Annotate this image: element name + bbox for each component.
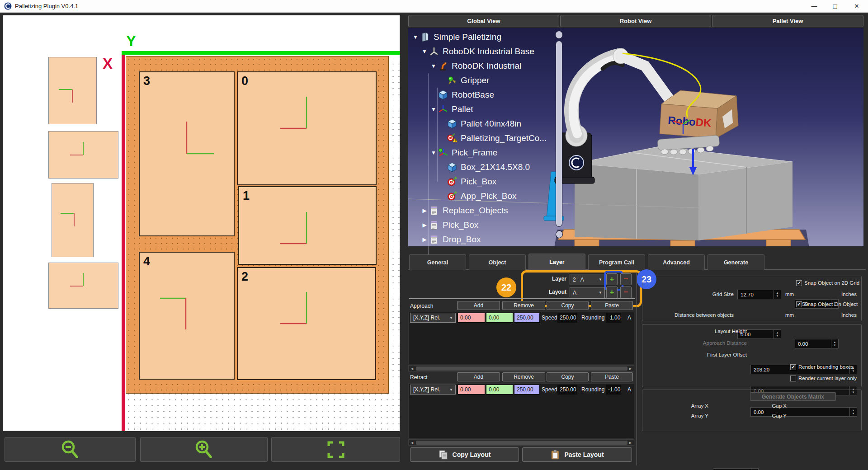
- scroll-left-icon[interactable]: ◀: [409, 440, 415, 445]
- zoom-out-button[interactable]: [5, 437, 136, 462]
- approach-paste-button[interactable]: Paste: [591, 301, 633, 310]
- tab-label: Program Call: [599, 259, 634, 266]
- retract-speed-field[interactable]: 250.00: [557, 385, 577, 395]
- scrollbar-thumb[interactable]: [416, 367, 627, 371]
- tree-scrollbar-bottom[interactable]: [556, 230, 563, 238]
- approach-add-button[interactable]: Add: [457, 301, 500, 310]
- tree-expander-icon[interactable]: ▶: [420, 207, 429, 214]
- robot-icon: [438, 61, 448, 71]
- layout-select[interactable]: A ▼: [570, 287, 605, 298]
- tab-advanced[interactable]: Advanced: [648, 254, 705, 270]
- generate-objects-matrix-button[interactable]: Generate Objects Matrix: [750, 392, 836, 401]
- layout-2d-canvas[interactable]: Y X 3 0 1 4 2: [3, 15, 400, 431]
- x-axis-label: X: [103, 55, 113, 72]
- paste-layout-button[interactable]: Paste Layout: [522, 447, 632, 462]
- add-layout-button[interactable]: +: [606, 287, 618, 298]
- tree-item[interactable]: ▼ RoboDK Industrial: [411, 59, 556, 73]
- array-x-spinner[interactable]: 3▲▼: [713, 468, 759, 470]
- tree-expander-icon[interactable]: ▼: [429, 106, 438, 113]
- retract-paste-button[interactable]: Paste: [591, 372, 633, 381]
- tree-item-label: RoboDK Industrial Base: [439, 47, 534, 56]
- tree-expander-icon[interactable]: ▼: [429, 150, 438, 156]
- approach-rounding-field[interactable]: -1.00: [606, 313, 621, 323]
- scrollbar-thumb[interactable]: [416, 441, 627, 445]
- scroll-right-icon[interactable]: ▶: [627, 440, 633, 445]
- tree-item[interactable]: ▶ Drop_Box: [411, 232, 556, 247]
- tab-global-view[interactable]: Global View: [408, 15, 559, 27]
- snap-object-label: Snap Object On Object: [804, 301, 858, 307]
- retract-remove-button[interactable]: Remove: [502, 372, 545, 381]
- retract-x-field[interactable]: 0.00: [458, 385, 485, 395]
- tab-general[interactable]: General: [409, 254, 466, 270]
- tree-expander-icon[interactable]: ▶: [420, 222, 429, 228]
- tree-item[interactable]: Pallet 40inx48in: [411, 117, 556, 131]
- mm-unit-label: mm: [785, 312, 794, 318]
- tab-generate[interactable]: Generate: [708, 254, 764, 270]
- frame-marker-icon: [58, 89, 74, 104]
- approach-copy-button[interactable]: Copy: [547, 301, 589, 310]
- viewport-3d[interactable]: RoboDK: [408, 28, 863, 246]
- spinner-arrows[interactable]: ▲▼: [774, 290, 781, 299]
- tree-item[interactable]: ▼ Simple Palletizing: [411, 30, 556, 44]
- gripper-icon: [447, 75, 458, 86]
- approach-z-field[interactable]: 250.00: [514, 313, 540, 323]
- close-button[interactable]: ✕: [845, 0, 868, 12]
- tree-item[interactable]: ▼ RoboDK Industrial Base: [411, 44, 556, 59]
- tree-item[interactable]: ▶ Replace_Objects: [411, 203, 556, 218]
- retract-copy-button[interactable]: Copy: [547, 372, 589, 381]
- retract-rounding-field[interactable]: -1.00: [606, 385, 621, 395]
- tree-expander-icon[interactable]: ▼: [429, 63, 438, 69]
- fit-view-button[interactable]: [271, 437, 400, 462]
- retract-y-field[interactable]: 0.00: [486, 385, 513, 395]
- retract-add-button[interactable]: Add: [457, 372, 500, 381]
- tree-expander-icon[interactable]: ▼: [411, 34, 420, 40]
- retract-z-field[interactable]: 250.00: [514, 385, 540, 395]
- tree-item[interactable]: App_Pick_Box: [411, 189, 556, 203]
- approach-remove-button[interactable]: Remove: [502, 301, 545, 310]
- grid-size-label: Grid Size: [695, 291, 734, 297]
- scroll-right-icon[interactable]: ▶: [627, 366, 633, 371]
- tree-expander-icon[interactable]: ▼: [420, 48, 429, 55]
- tab-label: Advanced: [663, 259, 690, 266]
- copy-layout-button[interactable]: Copy Layout: [410, 447, 519, 462]
- render-current-layer-checkbox[interactable]: [790, 376, 796, 381]
- approach-hscrollbar[interactable]: ◀ ▶: [408, 365, 634, 371]
- tree-expander-icon[interactable]: ▶: [420, 236, 429, 243]
- tree-item[interactable]: Box_21X14.5X8.0: [411, 160, 556, 174]
- minimize-button[interactable]: —: [804, 0, 825, 12]
- remove-layer-button[interactable]: −: [620, 273, 632, 285]
- chevron-down-icon: ▼: [599, 291, 604, 295]
- tree-item[interactable]: ▼ Pallet: [411, 102, 556, 117]
- zoom-in-button[interactable]: [140, 437, 268, 462]
- grid-size-mm-spinner[interactable]: 12.70▲▼: [737, 290, 781, 299]
- tree-item[interactable]: Gripper: [411, 73, 556, 88]
- layer-select[interactable]: 2 - A ▼: [570, 274, 605, 285]
- approach-y-field[interactable]: 0.00: [486, 313, 513, 323]
- add-layer-button[interactable]: +: [606, 273, 618, 285]
- retract-mode-select[interactable]: [X,Y,Z] Rel. ▼: [410, 385, 456, 395]
- spinner-value: 203.20: [754, 367, 769, 372]
- tab-program-call[interactable]: Program Call: [588, 254, 645, 270]
- tree-scrollbar-thumb[interactable]: [556, 41, 562, 227]
- snap-2d-grid-checkbox[interactable]: ✓: [796, 280, 802, 286]
- tab-pallet-view[interactable]: Pallet View: [712, 15, 863, 27]
- tree-item[interactable]: ▼ Pick_Frame: [411, 146, 556, 160]
- approach-x-field[interactable]: 0.00: [458, 313, 485, 323]
- tab-robot-view[interactable]: Robot View: [560, 15, 711, 27]
- tab-object[interactable]: Object: [469, 254, 526, 270]
- remove-layout-button[interactable]: −: [620, 287, 632, 298]
- tree-item[interactable]: ▶ Pick_Box: [411, 218, 556, 232]
- snap-object-checkbox[interactable]: ✓: [796, 301, 802, 307]
- tree-item[interactable]: RobotBase: [411, 88, 556, 102]
- tree-scrollbar-top[interactable]: [555, 31, 563, 39]
- scroll-left-icon[interactable]: ◀: [409, 366, 415, 371]
- render-bounding-boxes-checkbox[interactable]: ✓: [790, 364, 796, 370]
- retract-hscrollbar[interactable]: ◀ ▶: [408, 439, 634, 446]
- tree-item[interactable]: Palletizing_TargetCo...: [411, 131, 556, 146]
- tree-item-label: Simple Palletizing: [430, 32, 501, 42]
- tab-layer[interactable]: Layer: [528, 254, 585, 270]
- approach-mode-select[interactable]: [X,Y,Z] Rel. ▼: [410, 313, 456, 323]
- approach-speed-field[interactable]: 250.00: [557, 313, 577, 323]
- tree-item[interactable]: Pick_Box: [411, 174, 556, 189]
- maximize-button[interactable]: □: [825, 0, 845, 12]
